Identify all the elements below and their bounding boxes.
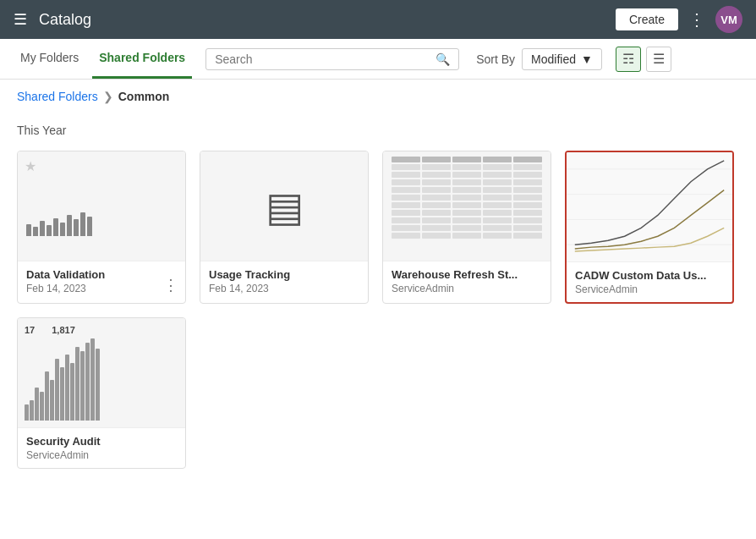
- card-thumbnail-warehouse: [383, 151, 551, 261]
- table-row-sim: [392, 172, 542, 178]
- bar: [74, 219, 79, 236]
- sec-bar: [35, 388, 39, 421]
- table-cell-sim: [452, 225, 481, 231]
- bar: [33, 227, 38, 236]
- card-title: Warehouse Refresh St...: [392, 268, 542, 281]
- table-cell-sim: [422, 195, 451, 201]
- search-input[interactable]: [215, 52, 436, 66]
- table-cell-sim: [483, 187, 512, 193]
- table-cell-sim: [452, 179, 481, 185]
- card-subtitle: ServiceAdmin: [26, 449, 177, 461]
- table-cell-sim: [513, 172, 542, 178]
- table-cell-sim: [483, 217, 512, 223]
- table-row-sim: [392, 233, 542, 239]
- table-cell-sim: [513, 195, 542, 201]
- table-cell-sim: [392, 195, 420, 201]
- table-cell-sim: [483, 172, 512, 178]
- table-cell-sim: [452, 195, 481, 201]
- bar: [26, 224, 31, 236]
- table-cell-sim: [422, 179, 451, 185]
- table-cell-sim: [483, 164, 512, 170]
- bar: [60, 223, 65, 235]
- item-card-cadw-custom[interactable]: CADW Custom Data Us... ServiceAdmin: [565, 151, 734, 304]
- file-icon: ▤: [266, 183, 304, 230]
- table-cell-sim: [483, 233, 512, 239]
- table-row-sim: [392, 157, 542, 162]
- sec-bar: [90, 338, 95, 421]
- tab-my-folders[interactable]: My Folders: [14, 39, 85, 79]
- security-stat-a: 17: [25, 325, 35, 335]
- card-subtitle: ServiceAdmin: [575, 283, 724, 295]
- avatar[interactable]: VM: [715, 6, 742, 33]
- card-subtitle: Feb 14, 2023: [26, 283, 177, 294]
- table-cell-sim: [452, 202, 481, 208]
- item-card-usage-tracking[interactable]: ▤ Usage Tracking Feb 14, 2023: [200, 151, 369, 304]
- table-cell-sim: [422, 202, 451, 208]
- app-title: Catalog: [39, 11, 616, 29]
- table-cell-sim: [483, 179, 512, 185]
- sec-bar: [25, 404, 29, 421]
- security-stat-b: 1,817: [52, 325, 75, 335]
- card-title: Security Audit: [26, 435, 177, 448]
- sort-dropdown[interactable]: Modified ▼: [522, 48, 602, 70]
- table-cell-sim: [422, 233, 451, 239]
- breadcrumb: Shared Folders ❯ Common: [0, 80, 756, 107]
- table-cell-sim: [392, 217, 420, 223]
- sort-value: Modified: [531, 52, 576, 66]
- mini-chart-data-validation: [18, 151, 185, 261]
- line-chart-svg: [567, 152, 732, 261]
- sec-bar: [80, 351, 85, 421]
- item-card-data-validation[interactable]: ★: [17, 151, 186, 304]
- bar: [67, 215, 72, 236]
- sec-bar: [45, 371, 49, 421]
- search-container: 🔍: [205, 48, 459, 70]
- sec-bar: [30, 400, 34, 421]
- table-cell-sim: [452, 217, 481, 223]
- breadcrumb-root[interactable]: Shared Folders: [17, 90, 98, 103]
- tab-shared-folders[interactable]: Shared Folders: [92, 39, 192, 79]
- table-cell-sim: [483, 157, 512, 162]
- item-card-security-audit[interactable]: 17 1,817: [17, 317, 186, 469]
- table-cell-sim: [422, 187, 451, 193]
- sec-bar: [55, 359, 59, 421]
- sort-by-label: Sort By: [476, 52, 515, 66]
- table-row-sim: [392, 210, 542, 216]
- sec-bar: [60, 367, 64, 421]
- create-button[interactable]: Create: [616, 8, 678, 30]
- card-more-icon[interactable]: ⋮: [163, 276, 178, 294]
- table-cell-sim: [422, 225, 451, 231]
- security-mini-chart: [25, 338, 178, 421]
- hamburger-icon[interactable]: ☰: [14, 10, 27, 29]
- card-title: CADW Custom Data Us...: [575, 269, 724, 282]
- star-icon[interactable]: ★: [25, 158, 36, 174]
- table-row-sim: [392, 225, 542, 231]
- table-cell-sim: [483, 202, 512, 208]
- card-footer-warehouse: Warehouse Refresh St... ServiceAdmin: [383, 261, 551, 301]
- grid-view-button[interactable]: ☶: [616, 47, 641, 72]
- table-cell-sim: [452, 187, 481, 193]
- breadcrumb-separator: ❯: [103, 90, 113, 103]
- sec-bar: [50, 380, 54, 421]
- card-title: Data Validation: [26, 268, 177, 281]
- table-cell-sim: [422, 217, 451, 223]
- list-view-button[interactable]: ☰: [646, 47, 671, 72]
- list-icon: ☰: [653, 51, 665, 67]
- item-card-warehouse-refresh[interactable]: Warehouse Refresh St... ServiceAdmin: [382, 151, 551, 304]
- card-footer-usage-tracking: Usage Tracking Feb 14, 2023: [200, 261, 368, 301]
- sec-bar: [40, 392, 44, 421]
- grid-icon: ☶: [622, 51, 634, 67]
- table-cell-sim: [513, 179, 542, 185]
- sub-nav: My Folders Shared Folders 🔍 Sort By Modi…: [0, 39, 756, 80]
- more-options-icon[interactable]: ⋮: [688, 9, 705, 30]
- card-subtitle: ServiceAdmin: [392, 283, 542, 294]
- table-cell-sim: [483, 225, 512, 231]
- table-cell-sim: [452, 172, 481, 178]
- table-cell-sim: [513, 217, 542, 223]
- table-cell-sim: [422, 157, 451, 162]
- bar: [87, 217, 92, 235]
- table-cell-sim: [392, 202, 420, 208]
- table-thumb: [392, 157, 542, 255]
- table-row-sim: [392, 187, 542, 193]
- bar: [47, 225, 52, 236]
- table-cell-sim: [392, 233, 420, 239]
